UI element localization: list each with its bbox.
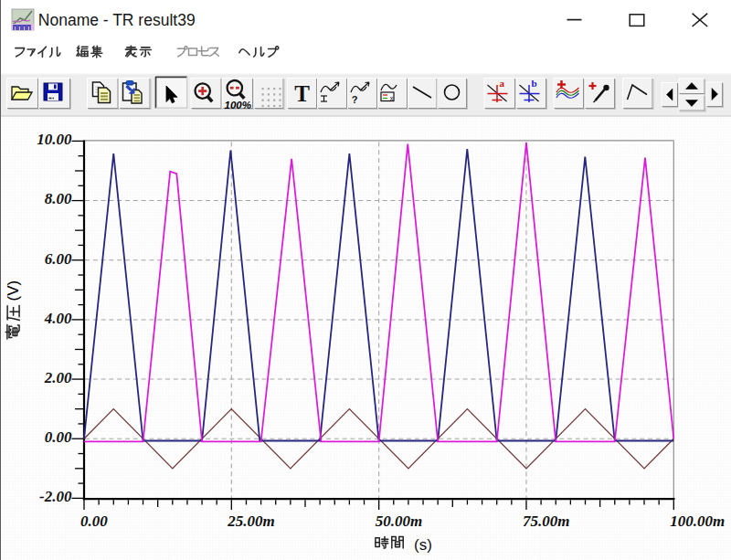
svg-text:25.00m: 25.00m — [227, 512, 274, 530]
svg-text:8.00: 8.00 — [45, 190, 72, 207]
svg-text:0.00: 0.00 — [45, 428, 72, 446]
svg-text:b: b — [532, 78, 537, 89]
svg-text:x: x — [390, 95, 394, 101]
svg-text:10.00: 10.00 — [37, 131, 72, 148]
svg-text:(V): (V) — [5, 280, 22, 301]
svg-text:T: T — [294, 81, 310, 106]
svg-text:2.00: 2.00 — [44, 369, 72, 386]
svg-text:-2.00: -2.00 — [39, 488, 72, 505]
svg-text:0.00: 0.00 — [80, 512, 108, 530]
svg-text:100%: 100% — [225, 100, 251, 111]
svg-text:4.00: 4.00 — [44, 310, 72, 327]
svg-text:(s): (s) — [414, 536, 432, 554]
svg-text:6.00: 6.00 — [45, 250, 72, 268]
svg-text:100.00m: 100.00m — [670, 512, 725, 530]
svg-text:?: ? — [352, 94, 358, 105]
svg-text:Noname - TR result39: Noname - TR result39 — [38, 11, 196, 29]
svg-text:a: a — [500, 78, 505, 89]
svg-text:50.00m: 50.00m — [376, 512, 422, 530]
svg-text:75.00m: 75.00m — [523, 512, 569, 530]
